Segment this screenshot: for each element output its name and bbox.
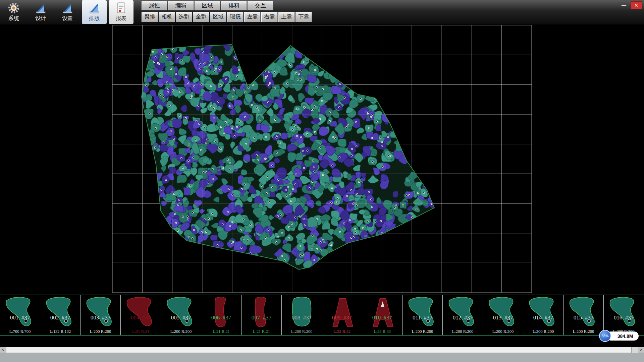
nav-label: 排版 xyxy=(89,15,100,22)
close-button[interactable]: ✕ xyxy=(631,1,642,9)
piece-shape xyxy=(406,296,439,328)
piece-name: 011_#37 xyxy=(402,314,442,321)
tool-button-cut-all[interactable]: 全割 xyxy=(193,12,209,22)
piece-lr-count: L:200 R:200 xyxy=(161,329,201,334)
tool-button-align-bottom[interactable]: 下靠 xyxy=(296,12,312,22)
piece-name: 008_#37 xyxy=(282,314,322,321)
piece-thumbnail[interactable]: 001_#37L:700 R:700 xyxy=(0,295,40,335)
piece-thumbnail[interactable]: 003_#37L:200 R:200 xyxy=(80,295,121,335)
tool-button-select-cut[interactable]: 选割 xyxy=(176,12,192,22)
nav-nesting-button[interactable]: 排版 xyxy=(82,0,107,24)
piece-name: 014_#37 xyxy=(523,314,563,321)
piece-name: 012_#37 xyxy=(443,314,483,321)
design-icon xyxy=(34,1,47,15)
piece-lr-count: L:132 R:132 xyxy=(40,329,80,334)
piece-name: 006_#37 xyxy=(201,314,241,321)
piece-shape xyxy=(366,296,399,328)
piece-thumbnail[interactable]: 012_#37L:200 R:200 xyxy=(443,295,483,335)
piece-lr-count: L:31 R:31 xyxy=(121,329,161,334)
piece-lr-count: L:200 R:200 xyxy=(80,329,120,334)
tool-button-align-top[interactable]: 上靠 xyxy=(278,12,295,22)
menu-tab-interact[interactable]: 交互 xyxy=(248,1,273,10)
piece-lr-count: L:21 R:21 xyxy=(201,329,241,334)
nav-settings-button[interactable]: 设置 xyxy=(55,0,80,24)
piece-name: 001_#37 xyxy=(0,314,40,321)
nav-report-button[interactable]: 报表 xyxy=(109,0,133,24)
piece-lr-count: L:21 R:21 xyxy=(241,329,281,334)
piece-thumbnail-strip: 001_#37L:700 R:700002_#37L:132 R:132003_… xyxy=(0,295,644,336)
piece-thumbnail[interactable]: 009_#37L:32 R:32 xyxy=(322,295,362,335)
progress-indicator: 38% xyxy=(599,330,611,342)
piece-lr-count: L:700 R:700 xyxy=(0,329,40,334)
piece-name: 005_#37 xyxy=(161,314,201,321)
main-toolbar: 系统 设计 设置 xyxy=(0,0,644,24)
tool-button-row: 聚排相机选割全割区域瑕疵左靠右靠上靠下靠 xyxy=(142,12,312,22)
piece-thumbnail[interactable]: 013_#37L:200 R:200 xyxy=(483,295,523,335)
piece-thumbnail[interactable]: 014_#37L:200 R:200 xyxy=(523,295,564,335)
scrollbar-thumb[interactable] xyxy=(6,347,632,353)
tool-button-align-right[interactable]: 右靠 xyxy=(261,12,278,22)
piece-lr-count: L:200 R:200 xyxy=(523,329,563,334)
tool-button-camera[interactable]: 相机 xyxy=(159,12,175,22)
piece-thumbnail[interactable]: 002_#37L:132 R:132 xyxy=(40,295,80,335)
piece-name: 016_#37 xyxy=(604,314,644,321)
app-nav: 系统 设计 设置 xyxy=(1,0,133,24)
tool-button-align-left[interactable]: 左靠 xyxy=(244,12,261,22)
piece-shape xyxy=(325,296,359,328)
nesting-layout-svg[interactable] xyxy=(112,25,532,293)
menu-tab-edit[interactable]: 编辑 xyxy=(168,1,194,10)
piece-lr-count: L:200 R:200 xyxy=(483,329,523,334)
piece-thumbnail[interactable]: 015_#37L:200 R:200 xyxy=(564,295,604,335)
piece-lr-count: L:200 R:200 xyxy=(564,329,603,334)
nav-design-button[interactable]: 设计 xyxy=(28,0,53,24)
nav-label: 系统 xyxy=(8,15,19,22)
report-icon xyxy=(114,1,128,15)
piece-thumbnail[interactable]: 008_#37L:200 R:200 xyxy=(282,295,322,335)
piece-thumbnail[interactable]: 011_#37L:200 R:200 xyxy=(402,295,443,335)
piece-thumbnail[interactable]: 004_#37L:31 R:31 xyxy=(121,295,161,335)
nav-system-button[interactable]: 系统 xyxy=(1,0,26,24)
piece-lr-count: L:200 R:200 xyxy=(443,329,483,334)
piece-shape xyxy=(3,296,37,328)
menu-tab-region[interactable]: 区域 xyxy=(195,1,220,10)
piece-lr-count: L:200 R:200 xyxy=(402,329,442,334)
horizontal-scrollbar[interactable]: < > xyxy=(0,347,644,353)
scrollbar-track[interactable] xyxy=(6,347,638,353)
piece-shape xyxy=(44,296,77,328)
minimize-button[interactable]: — xyxy=(619,1,629,8)
gear-icon xyxy=(7,1,20,15)
piece-thumbnail[interactable]: 007_#37L:21 R:21 xyxy=(241,295,282,335)
scroll-left-arrow[interactable]: < xyxy=(0,347,6,353)
piece-shape xyxy=(164,296,198,328)
piece-thumbnail[interactable]: 006_#37L:21 R:21 xyxy=(201,295,241,335)
nesting-workspace[interactable] xyxy=(0,24,644,295)
status-badge: 384.8M 38% xyxy=(599,330,644,343)
piece-shape xyxy=(285,296,319,328)
menu-tab-row: 属性编辑区域排料交互 xyxy=(142,1,312,10)
piece-name: 013_#37 xyxy=(483,314,523,321)
tool-button-cluster-nest[interactable]: 聚排 xyxy=(142,12,158,22)
application-window: 系统 设计 设置 xyxy=(0,0,644,362)
piece-lr-count: L:33 R:33 xyxy=(362,329,402,334)
tool-button-region[interactable]: 区域 xyxy=(210,12,226,22)
piece-shape xyxy=(527,296,560,328)
piece-thumbnail[interactable]: 016_#37L:200 R:200 xyxy=(604,295,644,335)
nav-label: 设置 xyxy=(62,15,73,22)
menu-tab-nesting[interactable]: 排料 xyxy=(221,1,247,10)
piece-thumbnail[interactable]: 010_#37L:33 R:33 xyxy=(362,295,402,335)
memory-indicator: 384.8M xyxy=(606,331,639,341)
tool-button-defect[interactable]: 瑕疵 xyxy=(227,12,244,22)
piece-thumbnail[interactable]: 005_#37L:200 R:200 xyxy=(161,295,201,335)
piece-shape xyxy=(84,296,117,328)
piece-name: 002_#37 xyxy=(40,314,80,321)
piece-shape xyxy=(567,296,600,328)
menu-area: 属性编辑区域排料交互 聚排相机选割全割区域瑕疵左靠右靠上靠下靠 xyxy=(142,0,312,22)
menu-tab-properties[interactable]: 属性 xyxy=(142,1,167,10)
piece-name: 015_#37 xyxy=(564,314,603,321)
piece-shape xyxy=(486,296,520,328)
nav-label: 设计 xyxy=(35,15,46,22)
piece-name: 009_#37 xyxy=(322,314,362,321)
scroll-right-arrow[interactable]: > xyxy=(638,347,644,353)
settings-icon xyxy=(61,1,74,15)
piece-name: 004_#37 xyxy=(121,314,161,321)
